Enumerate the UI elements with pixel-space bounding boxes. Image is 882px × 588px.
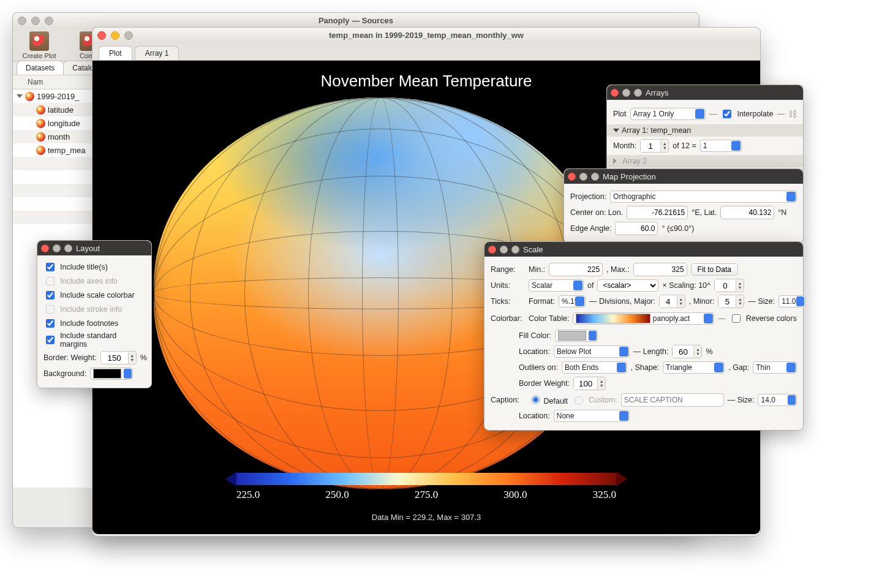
units-label: Units: [491,281,525,290]
tab-datasets[interactable]: Datasets [17,61,64,75]
include-colorbar-checkbox[interactable]: Include scale colorbar [43,289,145,301]
background-select[interactable] [90,368,133,380]
panel-title-text: Map Projection [603,172,656,181]
arrays-panel: Arrays Plot Array 1 Only — Interpolate —… [606,85,804,173]
range-label: Range: [491,265,525,274]
range-max-input[interactable] [633,263,687,276]
panel-titlebar[interactable]: Layout [37,241,151,255]
month-index-select[interactable]: 1 [700,140,742,152]
outliers-select[interactable]: Both Ends [562,361,627,374]
color-swatch [93,369,121,379]
month-stepper[interactable]: ▲▼ [640,139,669,153]
lat-input[interactable] [720,206,774,219]
close-icon[interactable] [568,173,576,181]
panel-titlebar[interactable]: Scale [484,242,803,257]
zoom-icon[interactable] [124,31,133,40]
caption-label: Caption: [491,396,525,404]
panel-title-text: Layout [76,244,100,253]
close-icon[interactable] [97,31,106,40]
outlier-gap-select[interactable]: Thin [753,361,797,374]
include-stroke-checkbox: Include stroke info [43,303,145,315]
interpolate-checkbox[interactable]: Interpolate [720,108,773,120]
close-icon[interactable] [41,244,49,252]
layout-panel: Layout Include title(s) Include axes inf… [37,240,152,388]
edge-angle-label: Edge Angle: [570,224,611,233]
panel-title-text: Scale [523,245,543,254]
projection-select[interactable]: Orthographic [610,190,797,203]
minimize-icon[interactable] [31,17,40,25]
minimize-icon [622,89,630,97]
array2-section-header[interactable]: Array 2 [607,155,803,167]
create-plot-icon [29,31,49,51]
zoom-icon [591,173,599,181]
minimize-icon [53,244,61,252]
plot-mode-select[interactable]: Array 1 Only [630,108,706,120]
include-titles-checkbox[interactable]: Include title(s) [43,261,145,273]
tick-size-select[interactable]: 11.0 [778,295,805,307]
panel-titlebar[interactable]: Map Projection [564,169,803,184]
include-footnotes-checkbox[interactable]: Include footnotes [43,317,145,330]
caption-custom-input[interactable] [621,393,724,407]
caption-size-select[interactable]: 14.0 [758,394,797,406]
colorbar-ticks: 225.0 250.0 275.0 300.0 325.0 [236,489,616,501]
colorbar-gradient [236,473,616,485]
var-icon [36,132,45,141]
scale-panel: Scale Range: Min.: , Max.: Fit to Data U… [484,241,804,431]
close-icon[interactable] [611,89,619,97]
chevron-right-icon [613,158,620,164]
var-icon [36,105,45,115]
units-of-select[interactable]: <scalar> [597,279,658,292]
background-label: Background: [43,369,86,378]
caption-default-radio[interactable]: Default [529,394,568,405]
chevron-down-icon [613,129,619,132]
panel-title-text: Arrays [646,88,669,97]
format-select[interactable]: %.1f [559,295,586,307]
edge-angle-input[interactable] [615,222,658,235]
zoom-icon [511,246,519,254]
units-mode-select[interactable]: Scalar [529,279,584,292]
zoom-icon [634,89,642,97]
caption-custom-radio: Custom: [571,394,617,405]
scale-colorbar: 225.0 250.0 275.0 300.0 325.0 [236,473,616,501]
plot-tabs: Plot Array 1 [92,43,760,61]
reverse-colors-checkbox[interactable]: Reverse colors [729,312,797,325]
create-plot-button[interactable]: Create Plot [18,31,61,59]
outlier-shape-select[interactable]: Triangle [663,361,725,374]
minimize-icon[interactable] [111,31,119,40]
zoom-icon[interactable] [45,17,53,25]
lon-input[interactable] [627,206,688,219]
include-margins-checkbox[interactable]: Include standard margins [43,331,145,349]
plot-footnote: Data Min = 229.2, Max = 307.3 [372,513,481,522]
scaling-stepper[interactable]: ▲▼ [714,279,744,292]
cb-borderweight-stepper[interactable]: ▲▼ [573,377,606,390]
caption-location-select[interactable]: None [554,410,630,422]
close-icon[interactable] [488,246,496,254]
array1-section-header[interactable]: Array 1: temp_mean [607,124,803,137]
var-icon [36,146,45,155]
var-icon [36,119,45,128]
border-weight-stepper[interactable]: ▲▼ [100,351,137,364]
window-title: Panoply — Sources [318,16,393,25]
tab-plot[interactable]: Plot [99,46,132,60]
divisions-minor-stepper[interactable]: ▲▼ [718,295,744,308]
fit-to-data-button[interactable]: Fit to Data [691,263,738,276]
disclosure-icon[interactable] [17,94,23,98]
close-icon[interactable] [18,17,26,25]
colortable-select[interactable]: panoply.act [573,312,714,325]
range-min-input[interactable] [549,263,603,276]
panel-titlebar[interactable]: Arrays [607,85,803,100]
fillcolor-select[interactable] [555,330,598,342]
length-stepper[interactable]: ▲▼ [672,345,702,358]
minimize-icon [579,173,587,181]
plot-label: Plot [613,110,627,118]
colorbar-location-select[interactable]: Below Plot [554,345,630,358]
link-icon[interactable]: ⛓ [788,109,797,119]
color-swatch [558,331,586,341]
colortable-swatch [576,314,650,323]
tab-array1[interactable]: Array 1 [135,46,179,60]
divisions-major-stepper[interactable]: ▲▼ [659,295,685,308]
projection-label: Projection: [570,192,606,201]
window-title: temp_mean in 1999-2019_temp_mean_monthly… [329,31,524,40]
dataset-icon [25,92,34,101]
plot-title: November Mean Temperature [321,72,532,91]
